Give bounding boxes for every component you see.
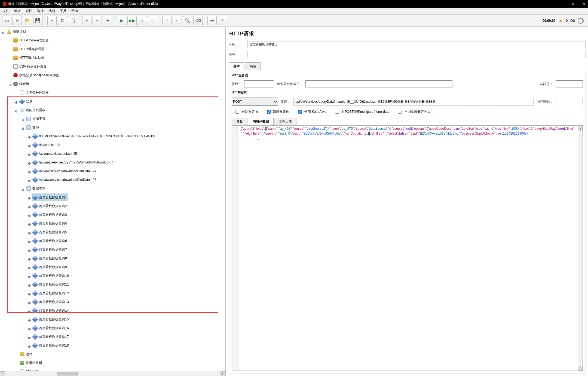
- broom-y-button[interactable]: ⌂: [162, 16, 171, 25]
- dq-item-3[interactable]: 首页看板数据查询4: [32, 220, 68, 227]
- cfg-0[interactable]: HTTP Cookie管理器: [12, 37, 50, 44]
- toggle-icon[interactable]: ⊕: [28, 168, 31, 176]
- login[interactable]: 登录: [19, 98, 33, 105]
- other-item-0[interactable]: /DEMO/ana/%E8%A1%8C%E4%B8%9A/%E6%9C%8D%E…: [32, 132, 156, 140]
- dq-item-5[interactable]: 首页看板数据查询6: [32, 237, 68, 245]
- encoding-input[interactable]: [556, 98, 583, 105]
- warning-icon[interactable]: ▲: [558, 18, 563, 23]
- other[interactable]: 其他: [25, 124, 40, 131]
- multipart-check[interactable]: 对POST使用multipart / form-data: [334, 109, 389, 114]
- toggle-icon[interactable]: ⊖: [15, 107, 18, 115]
- toggle-icon[interactable]: ⊕: [15, 99, 18, 106]
- other-item-2[interactable]: /api/meta/views/default-95: [32, 150, 78, 157]
- test-plan-tree[interactable]: ⊖ 测试计划 HTTP Cookie管理器 HTTP缓存管理器 HTTP请求默认…: [0, 27, 225, 371]
- help-button[interactable]: ?: [218, 16, 227, 25]
- wand-button[interactable]: ✦: [103, 16, 112, 25]
- cfg-3[interactable]: CSV 数据文件设置: [12, 63, 48, 70]
- run-button[interactable]: ▶: [117, 16, 126, 25]
- dq-item-12[interactable]: 首页看板数据查询13: [32, 298, 70, 306]
- new-button[interactable]: ▭: [2, 16, 11, 25]
- open-button[interactable]: 📂: [23, 16, 32, 25]
- cut-button[interactable]: ✂: [47, 16, 57, 25]
- save-button[interactable]: 💾: [33, 16, 42, 25]
- toggle-icon[interactable]: ⊕: [28, 177, 31, 185]
- paste-button[interactable]: 📋: [68, 16, 77, 25]
- stop-button[interactable]: ●: [138, 16, 147, 25]
- menu-查找[interactable]: 查找: [26, 9, 32, 13]
- dq-item-16[interactable]: 首页看板数据查询17: [32, 333, 70, 341]
- dq-item-9[interactable]: 首页看板数据查询10: [32, 272, 70, 280]
- body-editor[interactable]: {"query":{"fields":[{"name":"cp_468","so…: [239, 126, 578, 371]
- dq-item-8[interactable]: 首页看板数据查询9: [32, 263, 68, 271]
- toggle-icon[interactable]: ⊕: [28, 203, 31, 211]
- minimize-button[interactable]: —: [560, 2, 563, 6]
- thread-group[interactable]: 线程组: [12, 80, 30, 88]
- dq-item-7[interactable]: 首页看板数据查询8: [32, 254, 68, 262]
- toggle-icon[interactable]: ⊕: [28, 334, 31, 342]
- path-input[interactable]: [293, 98, 534, 105]
- menu-运行[interactable]: 运行: [37, 9, 44, 13]
- other-item-3[interactable]: /api/ana/services/B2CniXVwSwiGS4iMg6wg/l…: [32, 159, 114, 166]
- toggle-icon[interactable]: ⊕: [28, 299, 31, 307]
- toggle-icon[interactable]: ⊕: [28, 134, 31, 141]
- broom2-button[interactable]: ⌫: [193, 16, 203, 25]
- toggle-icon[interactable]: ⊕: [28, 151, 31, 159]
- tpl-button[interactable]: ⎘: [13, 16, 22, 25]
- toggle-icon[interactable]: ⊕: [21, 116, 24, 124]
- dq-item-13[interactable]: 首页看板数据查询14: [32, 307, 70, 314]
- subtab-body[interactable]: 消息体数据: [248, 118, 274, 125]
- toggle-icon[interactable]: ⊕: [28, 308, 31, 316]
- toggle-icon[interactable]: ⊕: [28, 317, 31, 324]
- subtab-file[interactable]: 文件上传: [274, 118, 296, 125]
- other-item-4[interactable]: /api/dw/services/downloadDimData-127: [32, 167, 97, 175]
- toggle-icon[interactable]: ⊕: [28, 290, 31, 298]
- host-input[interactable]: [305, 80, 452, 87]
- broom-b-button[interactable]: ⌂: [173, 16, 182, 25]
- protocol-input[interactable]: [244, 80, 274, 87]
- menu-选项[interactable]: 选项: [48, 9, 55, 13]
- toggle-icon[interactable]: ⊕: [28, 238, 31, 246]
- listener-1[interactable]: 聚合报告: [19, 368, 40, 371]
- list-button[interactable]: ☰: [207, 16, 217, 25]
- critical-ctrl[interactable]: 临界部分控制器: [19, 89, 50, 96]
- toggle-icon[interactable]: ⊕: [28, 221, 31, 228]
- toggle-icon[interactable]: ⊕: [28, 282, 31, 289]
- cfg-1[interactable]: HTTP缓存管理器: [12, 45, 45, 53]
- dq-item-6[interactable]: 首页看板数据查询7: [32, 246, 68, 253]
- test-plan[interactable]: 测试计划: [6, 28, 27, 35]
- menu-文件[interactable]: 文件: [3, 9, 9, 13]
- tab-advanced[interactable]: 高级: [245, 62, 261, 70]
- logout[interactable]: 注销: [19, 350, 33, 358]
- dq-item-2[interactable]: 首页看板数据查询3: [32, 211, 68, 219]
- scroll-left-button[interactable]: ◂: [0, 371, 5, 376]
- search-button[interactable]: 🔍: [183, 16, 192, 25]
- other-item-1[interactable]: /favicon.ico-33: [32, 141, 61, 149]
- dq-item-1[interactable]: 首页看板数据查询2: [32, 202, 68, 210]
- auto-redirect-check[interactable]: 自动重定向: [234, 109, 258, 114]
- tab-basic[interactable]: 基本: [229, 62, 244, 70]
- visit-home[interactable]: 访问首页看板: [19, 106, 47, 114]
- subtab-params[interactable]: 参数: [232, 118, 247, 125]
- dq-item-4[interactable]: 首页看板数据查询5: [32, 228, 68, 236]
- follow-redirect-check[interactable]: 跟随重定向: [266, 109, 289, 114]
- dq-item-14[interactable]: 首页看板数据查询15: [32, 316, 70, 323]
- toggle-icon[interactable]: ⊖: [8, 81, 11, 89]
- listener-0[interactable]: 察看结果树: [19, 359, 43, 367]
- dq-item-10[interactable]: 首页看板数据查询11: [32, 281, 70, 288]
- scroll-thumb[interactable]: [57, 372, 78, 375]
- plus-button[interactable]: ＋: [82, 16, 91, 25]
- dq-item-0[interactable]: 首页看板数据查询1: [32, 193, 68, 201]
- close-button[interactable]: ✕: [583, 2, 585, 6]
- toggle-icon[interactable]: ⊕: [28, 343, 31, 350]
- resource-dl[interactable]: 资源下载: [25, 115, 47, 123]
- scroll-right-button[interactable]: ▸: [220, 371, 225, 376]
- toggle-icon[interactable]: ⊖: [2, 29, 5, 37]
- browser-compat-check[interactable]: 与浏览器兼容的头: [397, 109, 430, 114]
- keepalive-check[interactable]: 使用 KeepAlive: [297, 109, 326, 114]
- name-input[interactable]: [247, 41, 586, 48]
- menu-编辑[interactable]: 编辑: [14, 9, 21, 13]
- toggle-icon[interactable]: ⊕: [28, 195, 31, 202]
- toggle-icon[interactable]: ⊕: [28, 247, 31, 254]
- run-next-button[interactable]: ▶▶: [127, 16, 137, 25]
- toggle-icon[interactable]: ⊕: [28, 325, 31, 333]
